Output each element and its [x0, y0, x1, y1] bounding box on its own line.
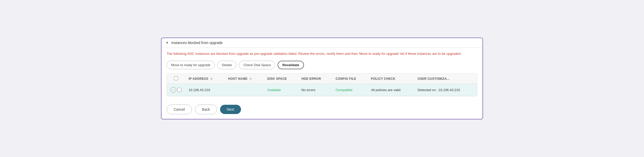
col-header-checkbox — [167, 74, 185, 84]
col-header-config-file: CONFIG FILE — [332, 74, 367, 84]
toolbar: Move to ready for upgrade Details Check … — [167, 61, 477, 69]
instances-table: IP ADDRESS ⇅ HOST NAME ⇅ DISK SPACE HDD … — [167, 74, 477, 96]
sort-ip-icon[interactable]: ⇅ — [210, 77, 212, 80]
row-actions: ··· — [171, 87, 181, 93]
modal-footer: Cancel Back Next — [162, 100, 482, 119]
table-row: ··· 10.106.43.210 Available No errors Co… — [167, 84, 477, 96]
col-header-policy-check: POLICY CHECK — [367, 74, 414, 84]
cell-host-name — [224, 84, 264, 96]
disk-space-status: Available — [267, 88, 281, 92]
details-button[interactable]: Details — [217, 61, 236, 69]
row-expand-icon[interactable]: ··· — [171, 87, 176, 93]
check-disk-space-button[interactable]: Check Disk Space — [239, 61, 275, 69]
col-header-hdd-error: HDD ERROR — [298, 74, 332, 84]
move-to-ready-button[interactable]: Move to ready for upgrade — [167, 61, 215, 69]
config-file-status: Compatible — [335, 88, 352, 92]
select-all-checkbox[interactable] — [174, 76, 178, 80]
cell-policy-check: All policies are valid — [367, 84, 414, 96]
modal-body: The following ADC Instances are blocked … — [162, 48, 482, 100]
col-header-disk-space: DISK SPACE — [264, 74, 298, 84]
cell-hdd-error: No errors — [298, 84, 332, 96]
modal-title: Instances blocked from upgrade — [171, 41, 223, 45]
col-header-host-name: HOST NAME ⇅ — [224, 74, 264, 84]
cell-user-custom: Detected on : 10.106.43.210 — [414, 84, 477, 96]
cell-ip-address: 10.106.43.210 — [185, 84, 224, 96]
row-checkbox[interactable] — [177, 88, 181, 92]
cancel-button[interactable]: Cancel — [167, 104, 192, 114]
revalidate-button[interactable]: Revalidate — [278, 61, 304, 69]
next-button[interactable]: Next — [220, 105, 241, 114]
back-button[interactable]: Back — [195, 104, 217, 114]
table-header-row: IP ADDRESS ⇅ HOST NAME ⇅ DISK SPACE HDD … — [167, 74, 477, 84]
instances-table-container: IP ADDRESS ⇅ HOST NAME ⇅ DISK SPACE HDD … — [167, 73, 477, 96]
cell-disk-space: Available — [264, 84, 298, 96]
sort-hostname-icon[interactable]: ⇅ — [249, 77, 252, 80]
main-modal: ▼ Instances blocked from upgrade The fol… — [161, 38, 483, 120]
col-header-ip-address: IP ADDRESS ⇅ — [185, 74, 224, 84]
warning-message: The following ADC Instances are blocked … — [167, 51, 477, 56]
modal-header: ▼ Instances blocked from upgrade — [162, 38, 482, 48]
row-checkbox-cell: ··· — [167, 84, 185, 96]
cell-config-file: Compatible — [332, 84, 367, 96]
collapse-icon[interactable]: ▼ — [166, 41, 169, 45]
col-header-user-custom: USER CUSTOMIZA... — [414, 74, 477, 84]
